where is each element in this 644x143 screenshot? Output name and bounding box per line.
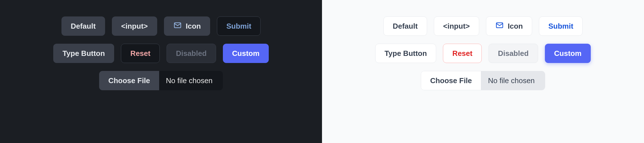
submit-button[interactable]: Submit — [539, 16, 583, 36]
button-row-2: Type Button Reset Disabled Custom — [53, 44, 269, 63]
file-input[interactable]: Choose File No file chosen — [99, 71, 223, 90]
disabled-button-label: Disabled — [498, 49, 528, 58]
file-row: Choose File No file chosen — [99, 71, 223, 90]
input-button-label: <input> — [443, 22, 470, 31]
disabled-button-label: Disabled — [176, 49, 206, 58]
input-button-label: <input> — [121, 22, 148, 31]
light-theme-panel: Default <input> Icon Submit Type Button … — [322, 0, 644, 143]
type-button[interactable]: Type Button — [53, 44, 114, 63]
reset-button[interactable]: Reset — [121, 44, 160, 63]
icon-button-label: Icon — [186, 22, 201, 31]
custom-button[interactable]: Custom — [223, 44, 269, 63]
reset-button-label: Reset — [452, 49, 472, 58]
dark-theme-panel: Default <input> Icon Submit Type Button … — [0, 0, 322, 143]
mail-icon — [173, 21, 182, 31]
file-row: Choose File No file chosen — [421, 71, 545, 90]
type-button[interactable]: Type Button — [375, 44, 436, 63]
icon-button[interactable]: Icon — [164, 16, 210, 36]
reset-button[interactable]: Reset — [443, 44, 482, 63]
default-button-label: Default — [71, 22, 96, 31]
type-button-label: Type Button — [385, 49, 427, 58]
default-button[interactable]: Default — [61, 16, 105, 36]
disabled-button: Disabled — [489, 44, 538, 63]
submit-button-label: Submit — [226, 22, 251, 31]
choose-file-button[interactable]: Choose File — [99, 71, 159, 90]
button-row-1: Default <input> Icon Submit — [383, 16, 583, 36]
file-status-text: No file chosen — [159, 71, 223, 90]
custom-button[interactable]: Custom — [545, 44, 591, 63]
input-button[interactable]: <input> — [434, 16, 479, 36]
submit-button-label: Submit — [548, 22, 573, 31]
mail-icon — [495, 21, 504, 31]
icon-button[interactable]: Icon — [486, 16, 532, 36]
file-status-text: No file chosen — [481, 71, 545, 90]
custom-button-label: Custom — [554, 49, 582, 58]
default-button[interactable]: Default — [383, 16, 427, 36]
reset-button-label: Reset — [130, 49, 150, 58]
choose-file-button[interactable]: Choose File — [421, 71, 481, 90]
disabled-button: Disabled — [167, 44, 216, 63]
input-button[interactable]: <input> — [112, 16, 157, 36]
button-row-1: Default <input> Icon Submit — [61, 16, 261, 36]
default-button-label: Default — [393, 22, 418, 31]
type-button-label: Type Button — [63, 49, 105, 58]
file-input[interactable]: Choose File No file chosen — [421, 71, 545, 90]
button-row-2: Type Button Reset Disabled Custom — [375, 44, 591, 63]
icon-button-label: Icon — [508, 22, 523, 31]
custom-button-label: Custom — [232, 49, 260, 58]
submit-button[interactable]: Submit — [217, 16, 261, 36]
